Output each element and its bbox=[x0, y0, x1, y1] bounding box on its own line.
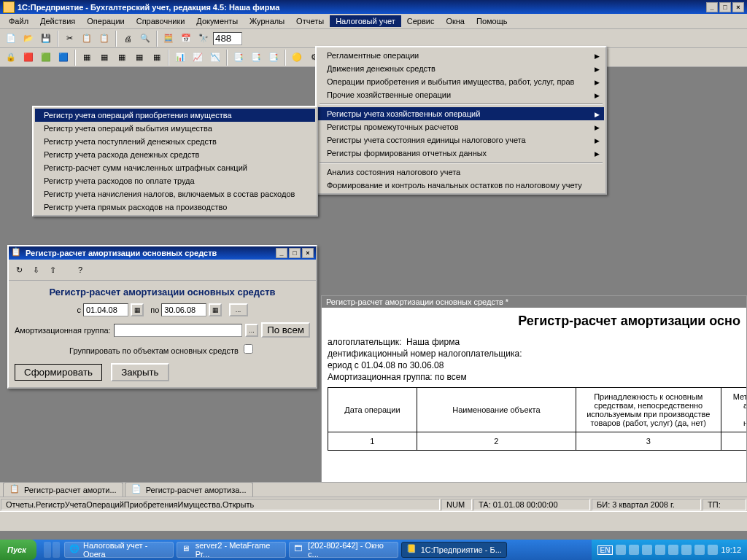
task-window[interactable]: 🗔[202-802-642] - Окно с... bbox=[289, 542, 398, 558]
tool-find-icon[interactable]: 🔭 bbox=[196, 31, 212, 47]
menu-item-registers-ops[interactable]: Регистры учета хозяйственных операций▶ bbox=[318, 107, 604, 120]
task-metaframe[interactable]: 🖥server2 - MetaFrame Pr... bbox=[177, 542, 286, 558]
maximize-button[interactable]: □ bbox=[719, 2, 731, 12]
toolbar-search-input[interactable] bbox=[213, 32, 242, 45]
menu-service[interactable]: Сервис bbox=[401, 15, 441, 27]
tool-new-icon[interactable]: 📄 bbox=[3, 31, 19, 47]
dtool-help-icon[interactable]: ? bbox=[73, 262, 88, 277]
tool-misc1-icon[interactable]: 📑 bbox=[231, 50, 247, 66]
lang-indicator[interactable]: EN bbox=[597, 545, 614, 555]
task-opera[interactable]: 🌐Налоговый учет - Opera bbox=[64, 542, 174, 558]
menu-item-analysis[interactable]: Анализ состояния налогового учета bbox=[318, 166, 604, 179]
menu-help[interactable]: Помощь bbox=[471, 15, 514, 27]
from-date-input[interactable]: 01.04.08 bbox=[83, 303, 128, 316]
submenu-item-wages[interactable]: Регистр учета расходов по оплате труда bbox=[35, 174, 315, 187]
tool-chart1-icon[interactable]: 📊 bbox=[172, 50, 188, 66]
tool-color1-icon[interactable]: 🟥 bbox=[20, 50, 36, 66]
from-date-picker-icon[interactable]: ▦ bbox=[131, 303, 144, 316]
menu-actions[interactable]: Действия bbox=[34, 15, 81, 27]
tray-icon[interactable] bbox=[642, 545, 652, 555]
minimize-button[interactable]: _ bbox=[706, 2, 718, 12]
group-all-button[interactable]: По всем bbox=[261, 322, 310, 338]
tool-grid5-icon[interactable]: ▦ bbox=[149, 50, 165, 66]
menu-item-registers-intermediate[interactable]: Регистры промежуточных расчетов▶ bbox=[318, 120, 604, 133]
tool-grid2-icon[interactable]: ▦ bbox=[96, 50, 112, 66]
menu-tax-accounting[interactable]: Налоговый учет bbox=[330, 15, 401, 27]
close-dialog-button[interactable]: Закрыть bbox=[111, 363, 169, 381]
tool-copy-icon[interactable]: 📋 bbox=[79, 31, 95, 47]
menu-item-cashflow[interactable]: Движения денежных средств▶ bbox=[318, 62, 604, 75]
task-1c[interactable]: 📒1С:Предприятие - Б... bbox=[401, 542, 507, 558]
tool-preview-icon[interactable]: 🔍 bbox=[137, 31, 153, 47]
tray-icon[interactable] bbox=[694, 545, 705, 555]
to-label: по bbox=[150, 306, 159, 314]
menu-operations[interactable]: Операции bbox=[81, 15, 130, 27]
dialog-close[interactable]: × bbox=[302, 248, 314, 258]
tray-icon[interactable] bbox=[708, 545, 718, 555]
menu-file[interactable]: Файл bbox=[3, 15, 34, 27]
tool-calc-icon[interactable]: 🧮 bbox=[160, 31, 177, 47]
to-date-picker-icon[interactable]: ▦ bbox=[209, 303, 222, 316]
tool-save-icon[interactable]: 💾 bbox=[38, 31, 54, 47]
tool-misc3-icon[interactable]: 📑 bbox=[266, 50, 282, 66]
menu-journals[interactable]: Журналы bbox=[244, 15, 290, 27]
dtool-save-icon[interactable]: ⇧ bbox=[45, 262, 60, 277]
dialog-maximize[interactable]: □ bbox=[289, 248, 301, 258]
dtool-load-icon[interactable]: ⇩ bbox=[28, 262, 43, 277]
footer-gap bbox=[0, 511, 747, 531]
submenu-item-cash-out[interactable]: Регистр учета расхода денежных средств bbox=[35, 148, 315, 161]
tool-color3-icon[interactable]: 🟦 bbox=[55, 50, 71, 66]
tool-open-icon[interactable]: 📂 bbox=[20, 31, 36, 47]
start-button[interactable]: Пуск bbox=[0, 540, 36, 560]
submenu-item-taxes[interactable]: Регистр учета начисления налогов, включа… bbox=[35, 187, 315, 201]
quicklaunch-icon[interactable] bbox=[44, 542, 51, 558]
date-range-more-button[interactable]: ... bbox=[229, 303, 248, 316]
tool-misc2-icon[interactable]: 📑 bbox=[248, 50, 264, 66]
tool-paste-icon[interactable]: 📋 bbox=[96, 31, 112, 47]
submenu-item-acquire[interactable]: Регистр учета операций приобретения имущ… bbox=[35, 109, 315, 122]
tool-print-icon[interactable]: 🖨 bbox=[120, 31, 136, 47]
dialog-minimize[interactable]: _ bbox=[276, 248, 287, 258]
menu-item-regulatory[interactable]: Регламентные операции▶ bbox=[318, 49, 604, 62]
menu-item-acquisition[interactable]: Операции приобретения и выбытия имуществ… bbox=[318, 75, 604, 88]
tool-cut-icon[interactable]: ✂ bbox=[61, 31, 77, 47]
menu-item-registers-report[interactable]: Регистры формирования отчетных данных▶ bbox=[318, 147, 604, 160]
menu-catalogs[interactable]: Справочники bbox=[131, 15, 191, 27]
dtool-refresh-icon[interactable]: ↻ bbox=[12, 262, 26, 277]
tool-color2-icon[interactable]: 🟩 bbox=[38, 50, 54, 66]
menu-item-other-ops[interactable]: Прочие хозяйственные операции▶ bbox=[318, 88, 604, 101]
tray-icon[interactable] bbox=[668, 545, 678, 555]
tool-chart2-icon[interactable]: 📈 bbox=[190, 50, 206, 66]
build-button[interactable]: Сформировать bbox=[15, 364, 102, 381]
tool-grid4-icon[interactable]: ▦ bbox=[131, 50, 147, 66]
status-ta: ТА: 01.01.08 00:00:00 bbox=[473, 499, 590, 510]
tool-chart3-icon[interactable]: 📉 bbox=[207, 50, 223, 66]
to-date-input[interactable]: 30.06.08 bbox=[161, 303, 206, 316]
menu-item-registers-state[interactable]: Регистры учета состояния единицы налогов… bbox=[318, 133, 604, 147]
group-more-button[interactable]: ... bbox=[245, 324, 258, 337]
menu-item-form-control[interactable]: Формирование и контроль начальных остатк… bbox=[318, 179, 604, 192]
submenu-item-direct-costs[interactable]: Регистр учета прямых расходов на произво… bbox=[35, 201, 315, 214]
group-input[interactable] bbox=[114, 324, 242, 337]
tool-grid1-icon[interactable]: ▦ bbox=[79, 50, 95, 66]
doctab-2[interactable]: 📄 Регистр-расчет амортиза... bbox=[125, 482, 253, 497]
tool-calendar-icon[interactable]: 📅 bbox=[178, 31, 194, 47]
menu-windows[interactable]: Окна bbox=[440, 15, 471, 27]
tool-lock-icon[interactable]: 🔒 bbox=[3, 50, 19, 66]
menu-reports[interactable]: Отчеты bbox=[290, 15, 330, 27]
submenu-item-dispose[interactable]: Регистр учета операций выбытия имущества bbox=[35, 122, 315, 135]
quicklaunch-icon[interactable] bbox=[53, 542, 60, 558]
tray-icon[interactable] bbox=[629, 545, 639, 555]
doctab-1[interactable]: 📋 Регистр-расчет аморти... bbox=[3, 482, 123, 497]
tool-yellow-icon[interactable]: 🟡 bbox=[289, 50, 305, 66]
tray-icon[interactable] bbox=[681, 545, 692, 555]
group-by-objects-checkbox[interactable] bbox=[244, 344, 253, 354]
report-table: Дата операции Наименование объекта Прина… bbox=[328, 387, 747, 451]
tray-icon[interactable] bbox=[616, 545, 626, 555]
tray-icon[interactable] bbox=[655, 545, 665, 555]
menu-documents[interactable]: Документы bbox=[190, 15, 244, 27]
close-button[interactable]: × bbox=[732, 2, 744, 12]
tool-grid3-icon[interactable]: ▦ bbox=[114, 50, 130, 66]
submenu-item-cash-in[interactable]: Регистр учета поступлений денежных средс… bbox=[35, 135, 315, 148]
submenu-item-penalties[interactable]: Регистр-расчет сумм начисленных штрафных… bbox=[35, 161, 315, 174]
